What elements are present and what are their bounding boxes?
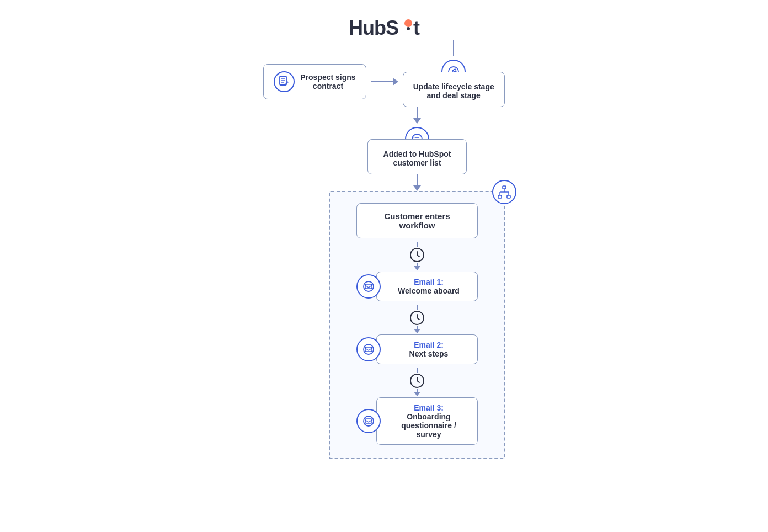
email-2-icon — [356, 337, 381, 361]
update-lifecycle-node: Update lifecycle stage and deal stage — [403, 72, 505, 107]
email-1-row: Email 1: Welcome aboard — [356, 272, 478, 301]
svg-rect-13 — [503, 186, 506, 189]
added-hubspot-node: Added to HubSpot customer list — [367, 139, 467, 174]
svg-rect-14 — [498, 195, 502, 198]
email-3-node: Email 3: Onboarding questionnaire / surv… — [356, 364, 478, 445]
email-1-box: Email 1: Welcome aboard — [376, 272, 478, 301]
svg-line-32 — [417, 381, 419, 382]
email-1-icon — [356, 274, 381, 299]
workflow-badge-icon — [492, 180, 516, 204]
update-lifecycle-node-wrapper: Update lifecycle stage and deal stage — [403, 56, 505, 107]
top-row: Prospect signs contract — [218, 56, 550, 107]
arrow-update-to-added — [413, 107, 421, 124]
svg-line-27 — [417, 318, 419, 320]
email-3-box: Email 3: Onboarding questionnaire / surv… — [376, 397, 478, 445]
prospect-label: Prospect signs contract — [300, 73, 355, 91]
update-lifecycle-box: Update lifecycle stage and deal stage — [403, 72, 505, 107]
email-1-node: Email 1: Welcome aboard — [356, 238, 478, 301]
prospect-icon — [274, 71, 295, 92]
svg-line-22 — [417, 255, 419, 257]
hubspot-logo: HubS t — [349, 17, 419, 40]
page-container: HubS t — [0, 0, 768, 481]
added-hubspot-wrapper: Added to HubSpot customer list — [367, 124, 467, 174]
email-2-row: Email 2: Next steps — [356, 334, 478, 364]
arrow-prospect-to-update — [371, 78, 398, 86]
workflow-diagram: Prospect signs contract — [218, 56, 550, 459]
svg-point-10 — [414, 137, 415, 138]
email-3-row: Email 3: Onboarding questionnaire / surv… — [356, 397, 478, 445]
email-2-node: Email 2: Next steps — [356, 301, 478, 364]
prospect-signs-node: Prospect signs contract — [263, 64, 366, 99]
email-3-icon — [356, 409, 381, 433]
added-hubspot-box: Added to HubSpot customer list — [367, 139, 467, 174]
customer-enters-box: Customer enters workflow — [356, 203, 478, 238]
email-2-box: Email 2: Next steps — [376, 334, 478, 364]
workflow-dashed-container: Customer enters workflow — [329, 191, 505, 459]
arrow-added-to-workflow — [413, 174, 421, 191]
svg-rect-15 — [507, 195, 510, 198]
